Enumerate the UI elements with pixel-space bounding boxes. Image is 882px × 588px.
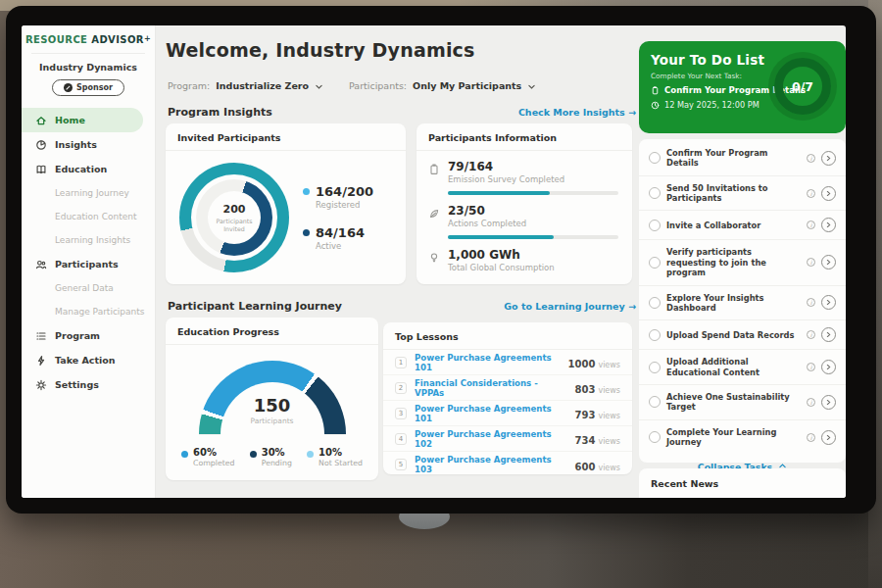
task-item[interactable]: Achieve One Sustainability Target i	[639, 385, 846, 420]
section-title: Program Insights	[168, 106, 272, 119]
task-item[interactable]: Complete Your Learning Journey i	[639, 420, 846, 455]
people-icon	[35, 259, 47, 270]
info-icon[interactable]: i	[807, 398, 815, 407]
go-to-learning-journey-link[interactable]: Go to Learning Journey →	[504, 301, 636, 312]
info-icon[interactable]: i	[807, 258, 815, 267]
task-item[interactable]: Verify participants requesting to join t…	[639, 240, 846, 285]
task-item[interactable]: Upload Spend Data Records i	[639, 320, 846, 350]
sidebar-item-manage-participants[interactable]: Manage Participants	[22, 300, 155, 323]
lesson-link[interactable]: Power Purchase Agreements 102	[415, 429, 567, 449]
sidebar-item-general-data[interactable]: General Data	[22, 276, 155, 300]
sidebar-item-education-content[interactable]: Education Content	[22, 205, 155, 228]
sidebar-subitem-label: Learning Journey	[55, 188, 129, 198]
sidebar-item-education[interactable]: Education	[22, 157, 155, 181]
action-icon	[35, 355, 47, 367]
task-checkbox[interactable]	[649, 362, 661, 373]
participants-filter[interactable]: Participants: Only My Participants	[349, 76, 536, 95]
donut-center-value: 200	[223, 203, 246, 216]
chevron-right-button[interactable]	[821, 186, 836, 201]
task-item[interactable]: Explore Your Insights Dashboard i	[639, 286, 846, 321]
chevron-right-button[interactable]	[821, 395, 836, 410]
lesson-link[interactable]: Power Purchase Agreements 101	[415, 353, 561, 372]
sidebar-item-insights[interactable]: Insights	[22, 132, 155, 157]
task-checkbox[interactable]	[649, 297, 661, 309]
lesson-row[interactable]: 1 Power Purchase Agreements 101 1000view…	[383, 350, 632, 375]
legend-label: Registered	[316, 200, 373, 210]
chevron-right-button[interactable]	[821, 295, 836, 310]
clipboard-icon	[428, 164, 440, 175]
task-label: Upload Spend Data Records	[666, 330, 801, 340]
metric-value: 79/164	[448, 160, 618, 173]
info-icon[interactable]: i	[807, 154, 815, 163]
chevron-right-button[interactable]	[821, 327, 836, 342]
task-item[interactable]: Upload Additional Educational Content i	[639, 350, 846, 385]
task-checkbox[interactable]	[649, 396, 661, 408]
lesson-link[interactable]: Financial Considerations - VPPAs	[415, 378, 567, 398]
lesson-link[interactable]: Power Purchase Agreements 101	[415, 404, 567, 423]
page-title: Welcome, Industry Dynamics	[166, 39, 475, 61]
info-icon[interactable]: i	[807, 433, 815, 442]
views-count: 600	[575, 462, 596, 472]
sidebar-item-program[interactable]: Program	[22, 323, 155, 348]
donut-center-label: Participants Invited	[213, 218, 256, 233]
sidebar-item-participants[interactable]: Participants	[22, 252, 155, 276]
task-item[interactable]: Invite a Collaborator i	[639, 211, 846, 240]
chevron-right-button[interactable]	[821, 218, 836, 232]
info-icon[interactable]: i	[807, 363, 815, 371]
sidebar-item-take-action[interactable]: Take Action	[22, 348, 155, 372]
task-checkbox[interactable]	[649, 257, 661, 269]
program-filter[interactable]: Program: Industrialize Zero	[168, 76, 323, 95]
task-checkbox[interactable]	[649, 220, 661, 231]
invited-participants-card: Invited Participants 200 Participants In…	[166, 123, 406, 284]
task-item[interactable]: Confirm Your Program Details i	[639, 141, 846, 176]
task-item[interactable]: Send 50 Invitations to Participants i	[639, 176, 846, 212]
info-icon[interactable]: i	[807, 220, 815, 229]
lesson-link[interactable]: Power Purchase Agreements 103	[415, 455, 567, 474]
todo-progress-ring: 0/7	[774, 58, 831, 115]
sidebar-item-home[interactable]: Home	[22, 108, 143, 132]
rank-badge: 3	[395, 408, 407, 419]
lesson-row[interactable]: 3 Power Purchase Agreements 101 793views	[383, 401, 632, 426]
lesson-row[interactable]: 4 Power Purchase Agreements 102 734views	[383, 426, 632, 452]
sponsor-badge[interactable]: Sponsor	[52, 79, 124, 96]
legend-value: 60%	[193, 447, 235, 458]
chevron-right-button[interactable]	[821, 255, 836, 270]
legend-dot	[307, 451, 314, 458]
task-label: Verify participants requesting to join t…	[666, 247, 801, 277]
task-checkbox[interactable]	[649, 329, 661, 341]
brand-plus: +	[144, 34, 151, 43]
chevron-right-button[interactable]	[821, 430, 836, 445]
check-more-insights-link[interactable]: Check More Insights →	[518, 107, 636, 118]
task-checkbox[interactable]	[649, 187, 661, 199]
sidebar-item-learning-journey[interactable]: Learning Journey	[22, 181, 155, 205]
lightbulb-icon	[428, 252, 440, 264]
progress-track	[448, 235, 618, 239]
chevron-right-button[interactable]	[821, 360, 836, 374]
legend-dot	[250, 451, 257, 458]
sidebar-subitem-label: Education Content	[55, 212, 136, 221]
sidebar-nav: Home Insights Education Learning Journey…	[22, 108, 155, 397]
legend-label: Not Started	[318, 459, 363, 467]
info-icon[interactable]: i	[807, 189, 815, 198]
rank-badge: 4	[395, 433, 407, 445]
task-checkbox[interactable]	[649, 152, 661, 164]
task-checkbox[interactable]	[649, 431, 661, 443]
arrow-right-icon: →	[628, 301, 636, 312]
metric-label: Actions Completed	[448, 219, 618, 228]
sidebar-item-learning-insights[interactable]: Learning Insights	[22, 228, 155, 252]
lesson-row[interactable]: 2 Financial Considerations - VPPAs 803vi…	[383, 375, 632, 401]
legend-label: Completed	[193, 459, 235, 467]
chevron-right-button[interactable]	[821, 151, 836, 166]
views-count: 734	[575, 435, 596, 446]
legend-item-active: 84/164 Active	[303, 225, 373, 251]
sidebar-item-settings[interactable]: Settings	[22, 372, 155, 397]
lesson-row[interactable]: 5 Power Purchase Agreements 103 600views	[383, 452, 632, 477]
info-icon[interactable]: i	[807, 330, 815, 339]
top-lessons-card: Top Lessons 1 Power Purchase Agreements …	[383, 322, 632, 474]
brand-logo[interactable]: RESOURCE ADVISOR+	[22, 25, 155, 45]
invited-legend: 164/200 Registered 84/164 Active	[303, 184, 373, 251]
info-icon[interactable]: i	[807, 298, 815, 307]
sidebar-item-label: Program	[55, 330, 100, 341]
views-label: views	[598, 361, 620, 369]
task-label: Confirm Your Program Details	[666, 148, 801, 169]
